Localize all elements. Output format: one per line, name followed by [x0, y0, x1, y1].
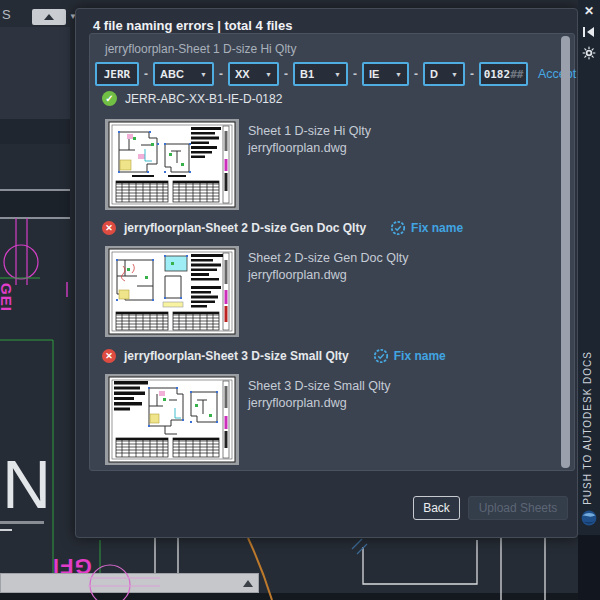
panel-collapse-button[interactable]	[32, 9, 66, 25]
resolved-name: JERR-ABC-XX-B1-IE-D-0182	[125, 92, 282, 106]
fix-badge-icon	[373, 348, 389, 364]
auto-hide-icon[interactable]	[583, 27, 594, 37]
push-to-autodesk-docs-rail[interactable]: ✕ PUSH TO AUTODESK DOCS	[578, 0, 600, 600]
sheet-file: jerryfloorplan.dwg	[248, 267, 408, 284]
error-file-name: jerryfloorplan-Sheet 3 D-size Small Qlty	[124, 349, 349, 363]
field-separator: -	[352, 67, 358, 81]
upload-sheets-button[interactable]: Upload Sheets	[468, 496, 568, 520]
chevron-down-icon: ▼	[200, 71, 207, 78]
chevron-down-icon: ▼	[451, 71, 458, 78]
close-icon[interactable]: ✕	[578, 4, 600, 18]
resolved-name-row: ✓ JERR-ABC-XX-B1-IE-D-0182	[102, 91, 282, 106]
field-separator: -	[283, 67, 289, 81]
dialog-title: 4 file naming errors | total 4 files	[93, 18, 292, 33]
sheet-title: Sheet 1 D-size Hi Qlty	[248, 123, 371, 140]
background-panel-strip	[0, 144, 70, 189]
sheet-3-thumbnail	[105, 374, 239, 465]
number-suffix: ##	[510, 68, 523, 81]
field-separator: -	[469, 67, 475, 81]
fix-name-label: Fix name	[394, 349, 446, 363]
drawing-label-gei: GEI	[0, 283, 15, 312]
background-partial-text: S	[2, 7, 11, 22]
background-panel-strip	[0, 191, 70, 217]
level-dropdown[interactable]: B1 ▼	[293, 62, 348, 86]
chevron-down-icon: ▼	[265, 71, 272, 78]
sheet-3-caption: Sheet 3 D-size Small Qlty jerryfloorplan…	[248, 378, 390, 412]
error-file-name: jerryfloorplan-Sheet 2 D-size Gen Doc Ql…	[124, 221, 366, 235]
sheet-2-error-row: ✕ jerryfloorplan-Sheet 2 D-size Gen Doc …	[102, 220, 463, 236]
sheet-3-error-row: ✕ jerryfloorplan-Sheet 3 D-size Small Ql…	[102, 348, 446, 364]
scrollbar-arrow-icon	[243, 580, 253, 587]
up-arrow-icon	[44, 14, 54, 20]
chevron-down-icon: ▼	[334, 71, 341, 78]
dropdown-value: ABC	[160, 68, 184, 80]
horizontal-scrollbar[interactable]	[0, 573, 259, 593]
chevron-down-icon: ▼	[395, 71, 402, 78]
dropdown-value: B1	[300, 68, 314, 80]
rail-title: PUSH TO AUTODESK DOCS	[582, 351, 593, 505]
app-canvas: S ▼ N GEI GFI 4 file naming errors | tot…	[0, 0, 600, 600]
rail-lower-strip	[578, 535, 600, 600]
dialog-scroll-area: jerryfloorplan-Sheet 1 D-size Hi Qlty JE…	[89, 33, 575, 471]
sheet-title: Sheet 2 D-size Gen Doc Qlty	[248, 250, 408, 267]
fix-name-button[interactable]: Fix name	[390, 220, 463, 236]
dropdown-value: XX	[235, 68, 250, 80]
vertical-scrollbar-thumb[interactable]	[561, 36, 570, 468]
error-icon: ✕	[102, 221, 116, 235]
fix-name-label: Fix name	[411, 221, 463, 235]
field-separator: -	[143, 67, 149, 81]
drawing-big-letter: N	[2, 450, 51, 518]
dropdown-value: D	[430, 68, 438, 80]
status-strip	[0, 593, 578, 600]
drawing-underline	[0, 521, 44, 524]
success-check-icon: ✓	[102, 91, 117, 106]
background-panel-strip	[0, 119, 70, 144]
sheet-file: jerryfloorplan.dwg	[248, 140, 371, 157]
error-icon: ✕	[102, 349, 116, 363]
gear-icon[interactable]	[582, 46, 596, 64]
fix-name-button[interactable]: Fix name	[373, 348, 446, 364]
volume-dropdown[interactable]: XX ▼	[228, 62, 279, 86]
globe-icon[interactable]	[581, 510, 597, 530]
sheet-2-caption: Sheet 2 D-size Gen Doc Qlty jerryfloorpl…	[248, 250, 408, 284]
number-value: 0182	[484, 68, 511, 81]
back-button[interactable]: Back	[413, 496, 460, 520]
project-code-input[interactable]: JERR	[95, 62, 139, 86]
sheet-title: Sheet 3 D-size Small Qlty	[248, 378, 390, 395]
number-input[interactable]: 0182##	[479, 62, 528, 86]
accept-link[interactable]: Accept	[538, 67, 576, 81]
dropdown-value: IE	[369, 68, 379, 80]
naming-fields-row: JERR - ABC ▼ - XX ▼ - B1 ▼ - IE	[95, 62, 576, 86]
sheet-file: jerryfloorplan.dwg	[248, 395, 390, 412]
sheet-1-thumbnail	[105, 119, 239, 210]
fix-badge-icon	[390, 220, 406, 236]
role-dropdown[interactable]: D ▼	[423, 62, 465, 86]
background-palette-panel	[0, 27, 70, 119]
divider	[0, 217, 70, 219]
file-naming-errors-dialog: 4 file naming errors | total 4 files jer…	[75, 8, 578, 538]
originator-dropdown[interactable]: ABC ▼	[153, 62, 214, 86]
sheet-2-thumbnail	[105, 246, 239, 337]
type-dropdown[interactable]: IE ▼	[362, 62, 409, 86]
current-file-label: jerryfloorplan-Sheet 1 D-size Hi Qlty	[105, 42, 296, 56]
field-separator: -	[218, 67, 224, 81]
field-separator: -	[413, 67, 419, 81]
sheet-1-caption: Sheet 1 D-size Hi Qlty jerryfloorplan.dw…	[248, 123, 371, 157]
